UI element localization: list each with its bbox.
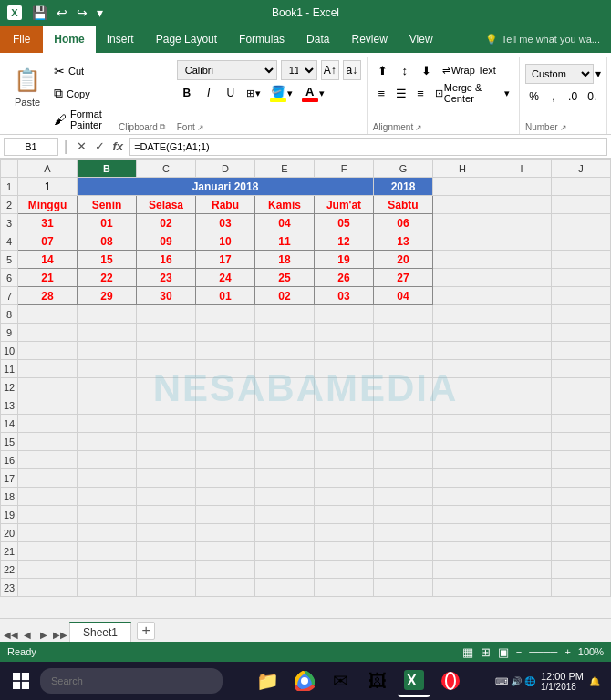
table-cell[interactable]: 14 <box>18 251 78 269</box>
table-cell[interactable] <box>137 305 196 324</box>
undo-quick-btn[interactable]: ↩ <box>54 5 70 20</box>
table-cell[interactable]: 09 <box>137 232 196 251</box>
table-cell[interactable]: 15 <box>78 251 137 269</box>
table-cell[interactable] <box>255 360 315 378</box>
table-cell[interactable] <box>137 451 196 469</box>
decrease-font-button[interactable]: a↓ <box>343 60 361 80</box>
table-cell[interactable] <box>315 360 374 378</box>
table-cell[interactable] <box>552 324 611 342</box>
table-cell[interactable] <box>137 579 196 597</box>
table-cell[interactable] <box>315 524 374 542</box>
align-bottom-button[interactable]: ⬇ <box>417 60 437 80</box>
table-cell[interactable] <box>492 488 552 506</box>
table-cell[interactable] <box>374 579 433 597</box>
table-cell[interactable] <box>552 178 611 196</box>
table-cell[interactable]: 1 <box>18 178 78 196</box>
table-cell[interactable] <box>18 360 78 378</box>
table-cell[interactable] <box>315 506 374 524</box>
table-cell[interactable] <box>78 561 137 579</box>
table-cell[interactable] <box>196 378 255 396</box>
table-cell[interactable]: Jum'at <box>315 196 374 214</box>
borders-button[interactable]: ⊞ ▾ <box>243 83 264 103</box>
table-cell[interactable] <box>18 378 78 396</box>
table-cell[interactable] <box>196 488 255 506</box>
table-cell[interactable] <box>196 542 255 561</box>
table-cell[interactable] <box>255 415 315 433</box>
start-button[interactable] <box>4 664 38 698</box>
table-cell[interactable] <box>552 433 611 451</box>
table-cell[interactable] <box>196 324 255 342</box>
table-cell[interactable] <box>433 433 492 451</box>
table-cell[interactable] <box>196 469 255 488</box>
table-cell[interactable] <box>433 469 492 488</box>
tab-view[interactable]: View <box>399 26 444 53</box>
table-cell[interactable] <box>492 451 552 469</box>
table-cell[interactable]: 01 <box>196 287 255 305</box>
table-cell[interactable] <box>492 524 552 542</box>
table-cell[interactable] <box>492 196 552 214</box>
table-cell[interactable] <box>492 360 552 378</box>
col-header-G[interactable]: G <box>374 160 433 178</box>
table-cell[interactable]: 07 <box>18 232 78 251</box>
status-zoom-out[interactable]: − <box>516 646 522 657</box>
increase-font-button[interactable]: A↑ <box>321 60 339 80</box>
table-cell[interactable] <box>255 433 315 451</box>
table-cell[interactable] <box>492 324 552 342</box>
table-cell[interactable] <box>374 378 433 396</box>
table-cell[interactable] <box>552 342 611 360</box>
table-cell[interactable] <box>196 579 255 597</box>
table-cell[interactable] <box>18 433 78 451</box>
table-cell[interactable] <box>78 396 137 415</box>
table-cell[interactable] <box>78 524 137 542</box>
table-cell[interactable] <box>433 214 492 232</box>
col-header-F[interactable]: F <box>315 160 374 178</box>
italic-button[interactable]: I <box>199 83 219 103</box>
table-cell[interactable] <box>492 251 552 269</box>
table-cell[interactable]: 04 <box>374 287 433 305</box>
table-cell[interactable]: 08 <box>78 232 137 251</box>
table-cell[interactable] <box>78 433 137 451</box>
table-cell[interactable] <box>433 396 492 415</box>
table-cell[interactable]: 31 <box>18 214 78 232</box>
table-cell[interactable]: 04 <box>255 214 315 232</box>
table-cell[interactable] <box>18 305 78 324</box>
status-page-layout-view[interactable]: ⊞ <box>481 645 491 659</box>
table-cell[interactable] <box>78 451 137 469</box>
status-normal-view[interactable]: ▦ <box>462 645 473 659</box>
sheet-tab-sheet1[interactable]: Sheet1 <box>69 622 131 642</box>
fill-color-button[interactable]: 🪣 ▾ <box>266 83 296 103</box>
table-cell[interactable] <box>315 305 374 324</box>
table-cell[interactable]: 05 <box>315 214 374 232</box>
table-cell[interactable] <box>78 324 137 342</box>
comma-button[interactable]: , <box>544 87 562 107</box>
table-cell[interactable] <box>18 324 78 342</box>
col-header-I[interactable]: I <box>492 160 552 178</box>
status-zoom-slider[interactable]: ──── <box>529 646 557 657</box>
insert-function-button[interactable]: fx <box>109 139 126 155</box>
table-cell[interactable]: 02 <box>255 287 315 305</box>
table-cell[interactable] <box>374 542 433 561</box>
table-cell[interactable] <box>18 396 78 415</box>
tab-formulas[interactable]: Formulas <box>228 26 295 53</box>
table-cell[interactable] <box>137 506 196 524</box>
table-cell[interactable] <box>315 469 374 488</box>
table-cell[interactable] <box>433 579 492 597</box>
table-cell[interactable] <box>433 542 492 561</box>
table-cell[interactable] <box>78 415 137 433</box>
table-cell[interactable] <box>255 579 315 597</box>
table-cell[interactable] <box>78 542 137 561</box>
table-cell[interactable] <box>374 451 433 469</box>
tab-file[interactable]: File <box>0 26 43 53</box>
table-cell[interactable] <box>552 542 611 561</box>
table-cell[interactable]: Senin <box>78 196 137 214</box>
table-cell[interactable] <box>433 305 492 324</box>
table-cell[interactable] <box>552 488 611 506</box>
table-cell[interactable] <box>315 561 374 579</box>
table-cell[interactable]: 02 <box>137 214 196 232</box>
table-cell[interactable]: Kamis <box>255 196 315 214</box>
table-cell[interactable] <box>315 542 374 561</box>
table-cell[interactable] <box>552 524 611 542</box>
table-cell[interactable] <box>374 469 433 488</box>
format-painter-button[interactable]: 🖌 Format Painter <box>51 108 119 131</box>
table-cell[interactable]: 29 <box>78 287 137 305</box>
